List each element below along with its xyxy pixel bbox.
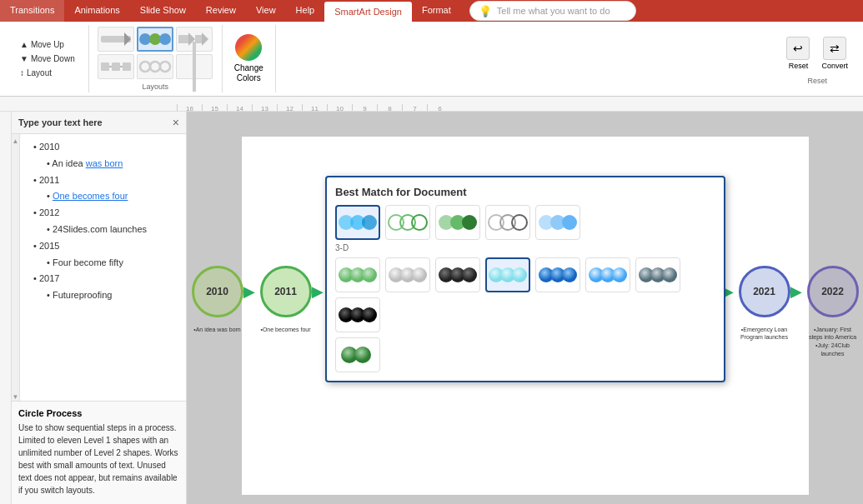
tab-smartart-design[interactable]: SmartArt Design: [324, 2, 412, 22]
lightbulb-icon: 💡: [479, 5, 492, 17]
tell-me-bar[interactable]: 💡 Tell me what you want to do: [469, 1, 636, 21]
ruler-mark-15: 15: [202, 104, 227, 111]
svg-point-26: [462, 215, 477, 230]
color-option-5[interactable]: [535, 205, 580, 240]
left-panel-title: Type your text here: [18, 117, 103, 127]
ruler-mark-13: 13: [252, 104, 277, 111]
list-item: 24Slides.com launches: [47, 222, 179, 238]
label-2022: •January: First steps into America •July…: [807, 326, 859, 367]
layouts-grid: [98, 27, 213, 79]
3d-option-6[interactable]: [585, 257, 630, 292]
svg-rect-9: [101, 62, 109, 71]
3d-option-5[interactable]: [535, 257, 580, 292]
ruler-mark-11: 11: [302, 104, 327, 111]
svg-point-50: [612, 267, 627, 282]
3d-option-4[interactable]: [485, 257, 530, 292]
convert-button[interactable]: ⇄ Convert: [818, 33, 851, 73]
list-item: 2015: [33, 238, 179, 255]
list-item: Futureproofing: [47, 287, 179, 304]
tab-transitions[interactable]: Transitions: [0, 0, 64, 22]
tab-view[interactable]: View: [246, 0, 286, 22]
tab-review[interactable]: Review: [196, 0, 246, 22]
ribbon-content: ▲ Move Up ▼ Move Down ↕ Layout: [0, 22, 863, 97]
extra-3d-row: [335, 337, 715, 372]
tab-animations[interactable]: Animations: [64, 0, 129, 22]
left-panel-footer: Circle Process Use to show sequential st…: [12, 401, 186, 504]
change-colors-button[interactable]: ChangeColors: [228, 31, 270, 87]
scroll-buttons[interactable]: ▲ ▼: [12, 134, 20, 401]
convert-icon: ⇄: [823, 37, 846, 60]
3d-option-9[interactable]: [335, 337, 380, 372]
label-2010: •An idea was born: [192, 326, 243, 367]
ruler-mark-12: 12: [277, 104, 302, 111]
reset-button[interactable]: ↩ Reset: [783, 33, 813, 73]
3d-option-2[interactable]: [385, 257, 430, 292]
svg-point-38: [412, 267, 427, 282]
ruler-mark-14: 14: [227, 104, 252, 111]
color-option-3[interactable]: [435, 205, 480, 240]
layout-item-blocks[interactable]: [98, 54, 134, 79]
left-panel-header: Type your text here ×: [12, 112, 186, 134]
layout-item-scroll[interactable]: [176, 54, 213, 79]
year-label-2010: 2010: [206, 286, 228, 297]
circle-2022[interactable]: 2022: [807, 266, 859, 317]
link-was-born[interactable]: was born: [86, 158, 123, 168]
ruler-marks: 16 15 14 13 12 11 10 9 8 7 6: [177, 97, 452, 111]
layout-item-arrows[interactable]: [98, 27, 134, 52]
3d-option-8[interactable]: [335, 297, 380, 332]
move-up-button[interactable]: ▲ Move Up: [15, 38, 80, 51]
svg-point-35: [362, 267, 377, 282]
reset-label: Reset: [789, 62, 809, 70]
layout-button[interactable]: ↕ Layout: [15, 67, 80, 79]
color-option-4[interactable]: [485, 205, 530, 240]
section-3d-label: 3-D: [335, 243, 715, 252]
layouts-group: Layouts: [89, 25, 223, 92]
3d-option-1[interactable]: [335, 257, 380, 292]
arrow-up-icon: ▲: [20, 40, 28, 49]
spacer: [276, 25, 779, 92]
svg-point-47: [562, 267, 577, 282]
list-item: 2011: [33, 172, 179, 189]
circle-2010[interactable]: 2010: [192, 266, 243, 317]
ruler-mark-9: 9: [352, 104, 377, 111]
ruler-mark-7: 7: [402, 104, 427, 111]
list-item: 2012: [33, 205, 179, 222]
close-panel-button[interactable]: ×: [173, 116, 179, 129]
layout-item-rings[interactable]: [137, 54, 173, 79]
3d-option-3[interactable]: [435, 257, 480, 292]
year-label-2011: 2011: [274, 286, 297, 297]
svg-point-32: [562, 215, 577, 230]
reset-convert-group: ↩ Reset ⇄ Convert Reset: [778, 25, 856, 92]
tab-slide-show[interactable]: Slide Show: [130, 0, 196, 22]
svg-point-2: [139, 33, 151, 45]
3d-option-7[interactable]: [635, 257, 680, 292]
list-item: 2017: [33, 271, 179, 287]
ribbon-tabs: Transitions Animations Slide Show Review…: [0, 0, 863, 22]
label-2021: •Emergency Loan Program launches: [739, 326, 790, 367]
list-item: One becomes four: [47, 188, 179, 205]
arrow-9: ▶: [790, 283, 807, 300]
circle-process-description: Use to show sequential steps in a proces…: [18, 422, 179, 497]
3d-row: [335, 257, 715, 332]
circle-2011[interactable]: 2011: [260, 266, 312, 317]
color-option-2[interactable]: [385, 205, 430, 240]
arrow-down-icon: ▼: [20, 54, 28, 63]
circle-2021[interactable]: 2021: [739, 266, 790, 317]
reset-icon: ↩: [786, 37, 810, 60]
layout-item-circles[interactable]: [137, 27, 173, 52]
tell-me-text: Tell me what you want to do: [497, 6, 610, 16]
tab-format[interactable]: Format: [412, 0, 461, 22]
svg-marker-8: [202, 32, 208, 46]
popup-title: Best Match for Document: [335, 186, 715, 198]
move-down-button[interactable]: ▼ Move Down: [15, 52, 80, 65]
color-option-1[interactable]: [335, 205, 380, 240]
svg-point-16: [160, 62, 170, 72]
list-item: An idea was born: [47, 156, 179, 172]
svg-rect-17: [193, 42, 196, 92]
tab-help[interactable]: Help: [286, 0, 325, 22]
ruler-mark-10: 10: [327, 104, 352, 111]
svg-point-14: [140, 62, 150, 72]
link-one-becomes-four[interactable]: One becomes four: [53, 191, 128, 201]
best-match-row: [335, 205, 715, 240]
year-label-2021: 2021: [753, 286, 775, 297]
